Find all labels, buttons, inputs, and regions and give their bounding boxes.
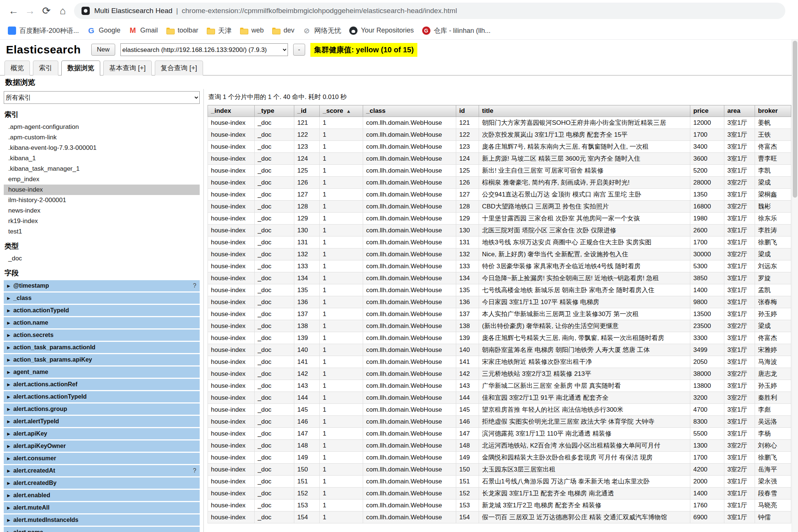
table-row[interactable]: house-index_doc1501com.llh.domain.WebHou… — [208, 464, 791, 476]
expand-arrow-icon[interactable]: ▶ — [7, 419, 10, 424]
field-item[interactable]: ▶alert.actions.actionRef — [4, 379, 200, 390]
expand-arrow-icon[interactable]: ▶ — [7, 432, 10, 436]
field-item[interactable]: ▶agent_name — [4, 366, 200, 378]
index-item[interactable]: ilm-history-2-000001 — [4, 195, 200, 205]
column-header-_index[interactable]: _index — [208, 105, 255, 117]
index-item[interactable]: house-index — [4, 185, 200, 195]
table-row[interactable]: house-index_doc1411com.llh.domain.WebHou… — [208, 356, 791, 368]
index-item[interactable]: .kibana_1 — [4, 153, 200, 164]
expand-arrow-icon[interactable]: ▶ — [7, 284, 10, 288]
table-row[interactable]: house-index_doc1241com.llh.domain.WebHou… — [208, 153, 791, 165]
column-header-title[interactable]: title — [479, 105, 690, 117]
column-header-price[interactable]: price — [690, 105, 724, 117]
address-bar[interactable]: Multi Elasticsearch Head | chrome-extens… — [74, 3, 785, 19]
expand-arrow-icon[interactable]: ▶ — [7, 493, 10, 498]
table-row[interactable]: house-index_doc1521com.llh.domain.WebHou… — [208, 488, 791, 499]
table-row[interactable]: house-index_doc1221com.llh.domain.WebHou… — [208, 129, 791, 141]
home-icon[interactable]: ⌂ — [55, 3, 71, 19]
tab-1[interactable]: 索引 — [33, 61, 58, 75]
column-header-_id[interactable]: _id — [294, 105, 320, 117]
index-item[interactable]: .apm-custom-link — [4, 132, 200, 143]
table-row[interactable]: house-index_doc1331com.llh.domain.WebHou… — [208, 260, 791, 272]
expand-arrow-icon[interactable]: ▶ — [7, 321, 10, 325]
bookmark-item[interactable]: web — [236, 24, 268, 37]
column-header-broker[interactable]: broker — [755, 105, 791, 117]
bookmark-item[interactable]: Your Repositories — [345, 24, 418, 37]
scrollbar-thumb[interactable] — [793, 41, 797, 198]
table-row[interactable]: house-index_doc1431com.llh.domain.WebHou… — [208, 380, 791, 392]
index-item[interactable]: test1 — [4, 226, 200, 237]
field-item[interactable]: ▶action_task_params.actionId — [4, 342, 200, 353]
field-item[interactable]: ▶alert.apiKeyOwner — [4, 440, 200, 452]
field-item[interactable]: ▶alert.actions.group — [4, 403, 200, 415]
field-item[interactable]: ▶alert.apiKey — [4, 428, 200, 439]
table-row[interactable]: house-index_doc1461com.llh.domain.WebHou… — [208, 416, 791, 428]
field-item[interactable]: ▶alert.alertTypeId — [4, 416, 200, 427]
field-item[interactable]: ▶alert.name — [4, 527, 200, 532]
table-row[interactable]: house-index_doc1511com.llh.domain.WebHou… — [208, 476, 791, 488]
field-item[interactable]: ▶alert.mutedInstanceIds — [4, 514, 200, 526]
table-row[interactable]: house-index_doc1381com.llh.domain.WebHou… — [208, 320, 791, 332]
remove-cluster-button[interactable]: - — [293, 44, 305, 56]
field-item[interactable]: ▶alert.actions.actionTypeId — [4, 391, 200, 402]
table-row[interactable]: house-index_doc1441com.llh.domain.WebHou… — [208, 392, 791, 404]
type-item[interactable]: _doc — [4, 253, 200, 264]
table-row[interactable]: house-index_doc1231com.llh.domain.WebHou… — [208, 141, 791, 153]
field-item[interactable]: ▶action.secrets — [4, 330, 200, 341]
expand-arrow-icon[interactable]: ▶ — [7, 358, 10, 362]
field-item[interactable]: ▶_class — [4, 293, 200, 304]
table-row[interactable]: house-index_doc1401com.llh.domain.WebHou… — [208, 344, 791, 356]
column-header-area[interactable]: area — [724, 105, 755, 117]
field-item[interactable]: ▶@timestamp? — [4, 280, 200, 291]
expand-arrow-icon[interactable]: ▶ — [7, 382, 10, 387]
bookmark-item[interactable]: ⊘网络无忧 — [298, 24, 345, 37]
expand-arrow-icon[interactable]: ▶ — [7, 456, 10, 461]
field-item[interactable]: ▶alert.createdAt? — [4, 465, 200, 476]
reload-icon[interactable]: ⟳ — [38, 3, 55, 19]
table-row[interactable]: house-index_doc1301com.llh.domain.WebHou… — [208, 225, 791, 236]
expand-arrow-icon[interactable]: ▶ — [7, 505, 10, 510]
bookmark-item[interactable]: G仓库 - lilinhan (llh... — [418, 24, 495, 37]
table-row[interactable]: house-index_doc1291com.llh.domain.WebHou… — [208, 213, 791, 225]
table-row[interactable]: house-index_doc1261com.llh.domain.WebHou… — [208, 177, 791, 189]
table-row[interactable]: house-index_doc1311com.llh.domain.WebHou… — [208, 236, 791, 248]
expand-arrow-icon[interactable]: ▶ — [7, 407, 10, 412]
table-row[interactable]: house-index_doc1251com.llh.domain.WebHou… — [208, 165, 791, 177]
index-item[interactable]: news-index — [4, 205, 200, 216]
column-header-_score[interactable]: _score▲ — [320, 105, 363, 117]
field-item[interactable]: ▶alert.createdBy — [4, 477, 200, 489]
index-item[interactable]: .kibana-event-log-7.9.3-000001 — [4, 143, 200, 153]
bookmark-item[interactable]: toolbar — [162, 24, 202, 37]
expand-arrow-icon[interactable]: ▶ — [7, 468, 10, 473]
expand-arrow-icon[interactable]: ▶ — [7, 370, 10, 375]
expand-arrow-icon[interactable]: ▶ — [7, 296, 10, 301]
table-row[interactable]: house-index_doc1481com.llh.domain.WebHou… — [208, 440, 791, 452]
field-item[interactable]: ▶alert.consumer — [4, 453, 200, 464]
field-item[interactable]: ▶action.actionTypeId — [4, 305, 200, 316]
table-row[interactable]: house-index_doc1271com.llh.domain.WebHou… — [208, 189, 791, 201]
bookmark-item[interactable]: 百度翻译-200种语... — [4, 24, 83, 37]
field-item[interactable]: ▶alert.enabled — [4, 490, 200, 501]
help-icon[interactable]: ? — [193, 467, 196, 474]
column-header-_type[interactable]: _type — [255, 105, 294, 117]
table-row[interactable]: house-index_doc1421com.llh.domain.WebHou… — [208, 368, 791, 380]
bookmark-item[interactable]: dev — [268, 24, 298, 37]
table-row[interactable]: house-index_doc1541com.llh.domain.WebHou… — [208, 511, 791, 523]
expand-arrow-icon[interactable]: ▶ — [7, 333, 10, 338]
index-item[interactable]: rk19-index — [4, 216, 200, 226]
tab-3[interactable]: 基本查询 [+] — [103, 61, 152, 75]
help-icon[interactable]: ? — [193, 282, 196, 289]
table-row[interactable]: house-index_doc1451com.llh.domain.WebHou… — [208, 404, 791, 416]
vertical-scrollbar[interactable] — [792, 40, 798, 532]
new-button[interactable]: New — [91, 44, 115, 56]
index-item[interactable]: .kibana_task_manager_1 — [4, 164, 200, 174]
tab-2[interactable]: 数据浏览 — [61, 61, 100, 75]
table-row[interactable]: house-index_doc1371com.llh.domain.WebHou… — [208, 308, 791, 320]
column-header-id[interactable]: id — [456, 105, 479, 117]
back-icon[interactable]: ← — [5, 3, 22, 19]
expand-arrow-icon[interactable]: ▶ — [7, 345, 10, 350]
table-row[interactable]: house-index_doc1531com.llh.domain.WebHou… — [208, 499, 791, 511]
index-item[interactable]: emp_index — [4, 174, 200, 185]
table-row[interactable]: house-index_doc1391com.llh.domain.WebHou… — [208, 332, 791, 344]
tab-0[interactable]: 概览 — [4, 61, 30, 75]
